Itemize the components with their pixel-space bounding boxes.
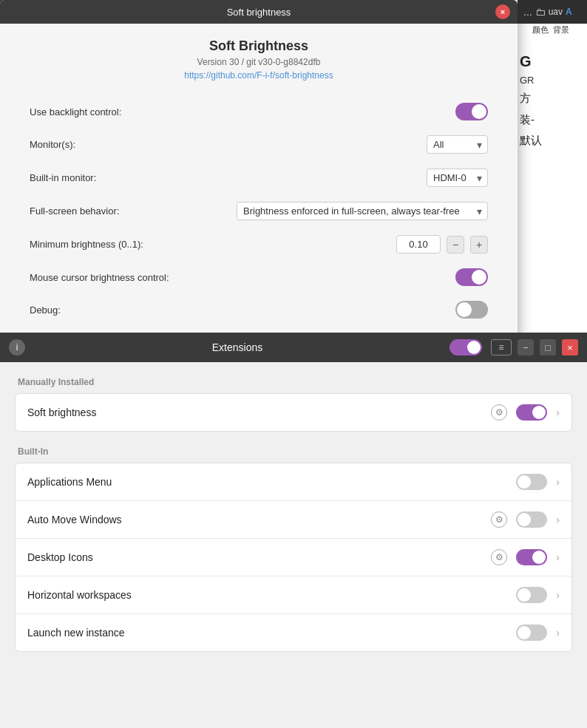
builtin-list: Applications Menu › Auto Move Windows ⚙ … — [15, 463, 572, 652]
ext-window-buttons: − □ × — [518, 339, 578, 356]
extensions-title: Extensions — [25, 341, 449, 353]
sb-version: Version 30 / git v30-0-g8842dfb — [30, 57, 488, 67]
ext-content: Manually Installed Soft brightness ⚙ › B… — [0, 362, 587, 728]
brightness-decrease-button[interactable]: − — [447, 236, 464, 254]
soft-brightness-gear-button[interactable]: ⚙ — [491, 404, 507, 421]
manually-installed-label: Manually Installed — [18, 377, 572, 387]
cursor-brightness-toggle[interactable] — [455, 268, 488, 286]
list-item: Launch new instance › — [16, 614, 571, 651]
ext-titlebar: i Extensions ≡ − □ × — [0, 333, 587, 362]
debug-toggle[interactable] — [455, 301, 488, 319]
min-brightness-control: 0.10 − + — [396, 235, 488, 254]
builtin-select[interactable]: HDMI-0 — [427, 169, 488, 187]
gear-icon: ⚙ — [495, 407, 503, 418]
manually-installed-list: Soft brightness ⚙ › — [15, 393, 572, 432]
sb-link[interactable]: https://github.com/F-i-f/soft-brightness — [30, 70, 488, 81]
list-item: Auto Move Windows ⚙ › — [16, 501, 571, 539]
soft-brightness-toggle[interactable] — [516, 404, 547, 421]
extensions-window: i Extensions ≡ − □ × Manually Installed … — [0, 333, 587, 728]
sb-close-button[interactable]: × — [495, 4, 510, 19]
extensions-toggle-wrap: ≡ — [449, 339, 512, 356]
rp-tab-color-label: 颜色 — [532, 24, 549, 35]
rp-text4: 默认 — [520, 132, 581, 149]
sb-titlebar: Soft brightness × — [0, 0, 518, 24]
gear-icon: ⚙ — [495, 552, 503, 562]
row-backlight-label: Use backlight control: — [30, 106, 121, 118]
extensions-menu-button[interactable]: ≡ — [491, 339, 512, 356]
rp-letter: G — [520, 53, 581, 70]
taskbar-user[interactable]: A — [566, 7, 572, 17]
gear-icon: ⚙ — [495, 514, 503, 525]
horizontal-workspaces-toggle[interactable] — [516, 587, 547, 603]
list-item: Horizontal workspaces › — [16, 576, 571, 614]
horizontal-workspaces-name: Horizontal workspaces — [27, 589, 507, 601]
launch-new-instance-chevron[interactable]: › — [556, 627, 560, 639]
auto-move-toggle[interactable] — [516, 511, 547, 528]
row-monitors-label: Monitor(s): — [30, 139, 75, 150]
desktop-icons-name: Desktop Icons — [27, 551, 482, 563]
sb-title: Soft brightness — [227, 7, 291, 18]
row-fullscreen: Full-screen behavior: Brightness enforce… — [30, 194, 488, 228]
row-debug: Debug: — [30, 293, 488, 326]
list-item: Applications Menu › — [16, 463, 571, 501]
fullscreen-select[interactable]: Brightness enforced in full-screen, alwa… — [237, 202, 488, 220]
row-min-brightness: Minimum brightness (0..1): 0.10 − + — [30, 228, 488, 261]
rp-text1: GR — [520, 75, 581, 86]
horizontal-workspaces-chevron[interactable]: › — [556, 589, 560, 601]
sb-app-title: Soft Brightness — [30, 38, 488, 54]
extensions-info-button[interactable]: i — [9, 339, 25, 356]
row-monitors: Monitor(s): All Primary — [30, 128, 488, 161]
builtin-select-wrap[interactable]: HDMI-0 — [427, 169, 488, 187]
soft-brightness-chevron[interactable]: › — [556, 406, 560, 418]
min-brightness-value: 0.10 — [396, 235, 441, 254]
row-cursor-brightness: Mouse cursor brightness control: — [30, 261, 488, 293]
rp-text2: 方 — [520, 90, 581, 107]
folder-icon: 🗀 — [535, 6, 546, 18]
auto-move-windows-name: Auto Move Windows — [27, 514, 482, 525]
taskbar: ... 🗀 uav A — [518, 0, 587, 24]
launch-new-instance-name: Launch new instance — [27, 627, 507, 639]
soft-brightness-window: Soft brightness × Soft Brightness Versio… — [0, 0, 518, 369]
info-icon: i — [16, 342, 18, 353]
soft-brightness-name: Soft brightness — [27, 406, 482, 418]
monitors-select[interactable]: All Primary — [427, 135, 488, 154]
row-backlight: Use backlight control: — [30, 95, 488, 128]
row-fullscreen-label: Full-screen behavior: — [30, 205, 119, 217]
auto-move-chevron[interactable]: › — [556, 514, 560, 525]
row-debug-label: Debug: — [30, 305, 61, 316]
builtin-label: Built-In — [18, 446, 572, 457]
row-min-brightness-label: Minimum brightness (0..1): — [30, 239, 143, 250]
list-item: Soft brightness ⚙ › — [16, 394, 571, 431]
desktop-icons-gear-button[interactable]: ⚙ — [491, 549, 507, 565]
row-cursor-label: Mouse cursor brightness control: — [30, 272, 169, 283]
applications-menu-name: Applications Menu — [27, 476, 507, 488]
sb-link-anchor[interactable]: https://github.com/F-i-f/soft-brightness — [184, 70, 333, 81]
row-builtin-label: Built-in monitor: — [30, 172, 96, 183]
ext-minimize-button[interactable]: − — [518, 339, 534, 356]
taskbar-label: uav — [549, 7, 563, 17]
extensions-global-toggle[interactable] — [449, 339, 482, 356]
applications-menu-toggle[interactable] — [516, 474, 547, 490]
desktop-icons-toggle[interactable] — [516, 549, 547, 565]
ext-maximize-button[interactable]: □ — [540, 339, 556, 356]
fullscreen-select-wrap[interactable]: Brightness enforced in full-screen, alwa… — [237, 202, 488, 220]
taskbar-dots[interactable]: ... — [523, 6, 532, 18]
sb-content: Soft Brightness Version 30 / git v30-0-g… — [0, 24, 518, 369]
brightness-increase-button[interactable]: + — [470, 236, 488, 254]
applications-menu-chevron[interactable]: › — [556, 476, 560, 488]
launch-new-instance-toggle[interactable] — [516, 625, 547, 641]
row-builtin-monitor: Built-in monitor: HDMI-0 — [30, 161, 488, 194]
auto-move-gear-button[interactable]: ⚙ — [491, 511, 507, 528]
right-panel: A 颜色 🖼 背景 G GR 方 装- 默认 — [513, 0, 587, 340]
rp-text3: 装- — [520, 112, 581, 129]
rp-tab-bg-label: 背景 — [553, 24, 569, 35]
ext-close-button[interactable]: × — [562, 339, 578, 356]
backlight-toggle[interactable] — [455, 103, 488, 120]
list-item: Desktop Icons ⚙ › — [16, 539, 571, 576]
desktop-icons-chevron[interactable]: › — [556, 551, 560, 563]
monitors-select-wrap[interactable]: All Primary — [427, 135, 488, 154]
